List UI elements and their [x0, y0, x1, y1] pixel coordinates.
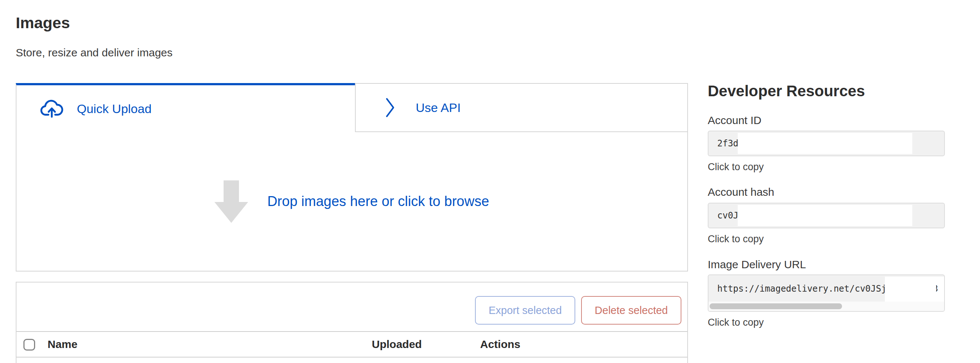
- account-id-label: Account ID: [708, 114, 762, 127]
- sidebar-title: Developer Resources: [708, 82, 865, 100]
- page-subtitle: Store, resize and deliver images: [16, 46, 173, 59]
- upload-dropzone[interactable]: Drop images here or click to browse: [16, 132, 688, 272]
- column-header-name: Name: [48, 332, 78, 357]
- image-delivery-url-field[interactable]: https://imagedelivery.net/cv0JSj 3: [708, 274, 945, 312]
- chevron-right-icon: [385, 97, 395, 119]
- scrollbar-thumb[interactable]: [710, 303, 842, 309]
- select-all-checkbox[interactable]: [24, 339, 35, 350]
- tab-use-api-label: Use API: [416, 100, 461, 115]
- horizontal-scrollbar: [708, 301, 944, 311]
- column-header-uploaded: Uploaded: [372, 332, 422, 357]
- images-table-card: Export selected Delete selected Name Upl…: [16, 282, 688, 363]
- dropzone-label: Drop images here or click to browse: [267, 194, 489, 209]
- account-id-value: 2f3d: [717, 139, 738, 148]
- redacted-url-fragment: 3: [936, 275, 941, 302]
- redaction-overlay: [885, 277, 944, 301]
- table-header-row: Name Uploaded Actions: [16, 331, 687, 358]
- redaction-overlay: [738, 133, 912, 154]
- account-hash-label: Account hash: [708, 186, 774, 198]
- redaction-overlay: [738, 205, 912, 226]
- click-to-copy-label: Click to copy: [708, 161, 764, 173]
- export-selected-button[interactable]: Export selected: [475, 296, 575, 325]
- url-text-row: https://imagedelivery.net/cv0JSj 3: [708, 275, 944, 302]
- account-id-field[interactable]: 2f3d: [708, 131, 945, 156]
- image-delivery-url-label: Image Delivery URL: [708, 258, 806, 271]
- page-title: Images: [16, 14, 70, 32]
- delete-selected-button[interactable]: Delete selected: [581, 296, 681, 325]
- tab-use-api[interactable]: Use API: [355, 83, 688, 132]
- click-to-copy-label: Click to copy: [708, 234, 764, 245]
- down-arrow-icon: [215, 180, 248, 223]
- tab-quick-upload-label: Quick Upload: [77, 102, 151, 116]
- upload-tabs: Quick Upload Use API: [16, 83, 688, 132]
- images-page: Images Store, resize and deliver images …: [16, 0, 688, 363]
- tab-quick-upload[interactable]: Quick Upload: [16, 83, 355, 132]
- account-hash-field[interactable]: cv0J: [708, 203, 945, 228]
- column-header-actions: Actions: [480, 332, 520, 357]
- click-to-copy-label: Click to copy: [708, 317, 764, 328]
- account-hash-value: cv0J: [717, 210, 738, 221]
- image-delivery-url-value: https://imagedelivery.net/cv0JSj: [717, 283, 886, 294]
- table-toolbar: Export selected Delete selected: [475, 296, 681, 325]
- cloud-upload-icon: [40, 99, 64, 119]
